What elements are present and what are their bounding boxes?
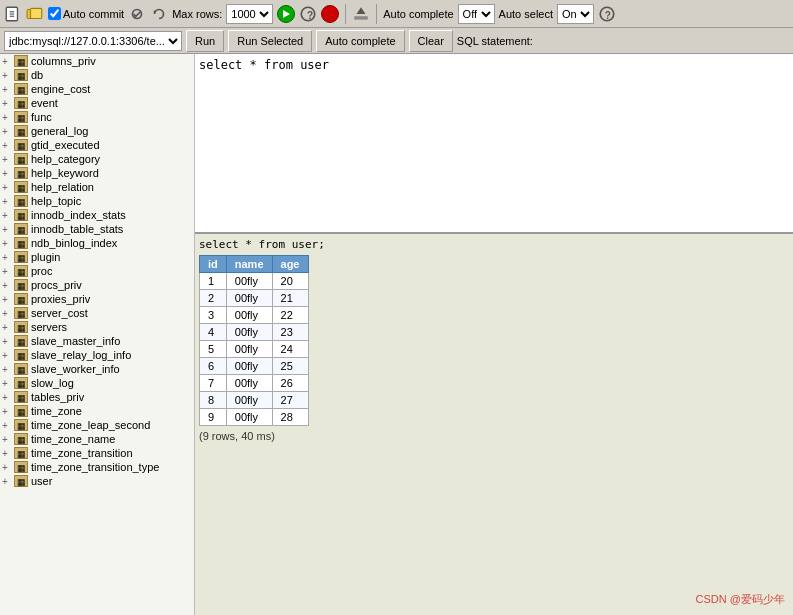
svg-text:?: ? — [605, 9, 611, 20]
sidebar-item[interactable]: +▦general_log — [0, 124, 194, 138]
expand-icon: + — [2, 280, 12, 291]
sidebar-item[interactable]: +▦time_zone_leap_second — [0, 418, 194, 432]
sidebar-item[interactable]: +▦time_zone_transition_type — [0, 460, 194, 474]
sidebar-item[interactable]: +▦plugin — [0, 250, 194, 264]
expand-icon: + — [2, 406, 12, 417]
results-table: idnameage 100fly20200fly21300fly22400fly… — [199, 255, 309, 426]
table-cell: 21 — [272, 290, 308, 307]
table-cell: 6 — [200, 358, 227, 375]
auto-complete-button[interactable]: Auto complete — [316, 30, 404, 52]
svg-text:?: ? — [307, 9, 313, 20]
table-icon: ▦ — [14, 475, 28, 487]
explain-icon[interactable]: ? — [299, 5, 317, 23]
sidebar-item[interactable]: +▦columns_priv — [0, 54, 194, 68]
expand-icon: + — [2, 294, 12, 305]
table-icon: ▦ — [14, 307, 28, 319]
table-cell: 00fly — [226, 375, 272, 392]
sidebar-item[interactable]: +▦func — [0, 110, 194, 124]
execute-icon[interactable] — [277, 5, 295, 23]
run-button[interactable]: Run — [186, 30, 224, 52]
open-icon[interactable] — [26, 5, 44, 23]
sidebar-item[interactable]: +▦servers — [0, 320, 194, 334]
table-cell: 4 — [200, 324, 227, 341]
sidebar-item[interactable]: +▦time_zone — [0, 404, 194, 418]
sidebar-item[interactable]: +▦innodb_index_stats — [0, 208, 194, 222]
max-rows-select[interactable]: 1000 100 500 5000 — [226, 4, 273, 24]
sidebar-item[interactable]: +▦slow_log — [0, 376, 194, 390]
table-icon: ▦ — [14, 265, 28, 277]
sidebar-item[interactable]: +▦slave_relay_log_info — [0, 348, 194, 362]
svg-marker-12 — [357, 7, 366, 14]
expand-icon: + — [2, 364, 12, 375]
sidebar-item[interactable]: +▦innodb_table_stats — [0, 222, 194, 236]
sidebar-item[interactable]: +▦help_category — [0, 152, 194, 166]
sidebar-item[interactable]: +▦user — [0, 474, 194, 488]
sidebar-item[interactable]: +▦db — [0, 68, 194, 82]
expand-icon: + — [2, 154, 12, 165]
auto-select-select[interactable]: On Off — [557, 4, 594, 24]
auto-commit-checkbox[interactable]: Auto commit — [48, 7, 124, 20]
sql-editor[interactable]: select * from user — [195, 54, 793, 234]
new-connection-icon[interactable] — [4, 5, 22, 23]
sidebar-item[interactable]: +▦help_topic — [0, 194, 194, 208]
sidebar-item-label: procs_priv — [31, 279, 82, 291]
expand-icon: + — [2, 112, 12, 123]
sidebar-item-label: time_zone_leap_second — [31, 419, 150, 431]
export-icon[interactable] — [352, 5, 370, 23]
stop-icon[interactable] — [321, 5, 339, 23]
expand-icon: + — [2, 140, 12, 151]
commit-icon[interactable] — [128, 5, 146, 23]
sidebar-item[interactable]: +▦slave_worker_info — [0, 362, 194, 376]
table-row: 800fly27 — [200, 392, 309, 409]
sidebar-item[interactable]: +▦gtid_executed — [0, 138, 194, 152]
table-cell: 00fly — [226, 341, 272, 358]
sidebar-item[interactable]: +▦procs_priv — [0, 278, 194, 292]
expand-icon: + — [2, 392, 12, 403]
run-selected-button[interactable]: Run Selected — [228, 30, 312, 52]
max-rows-label: Max rows: — [172, 8, 222, 20]
sidebar-item[interactable]: +▦engine_cost — [0, 82, 194, 96]
column-header: age — [272, 256, 308, 273]
sidebar-item-label: gtid_executed — [31, 139, 100, 151]
table-icon: ▦ — [14, 447, 28, 459]
table-cell: 00fly — [226, 392, 272, 409]
sidebar-item-label: innodb_table_stats — [31, 223, 123, 235]
sidebar-item[interactable]: +▦server_cost — [0, 306, 194, 320]
table-cell: 5 — [200, 341, 227, 358]
auto-complete-label: Auto complete — [383, 8, 453, 20]
db-connection-select[interactable]: jdbc:mysql://127.0.0.1:3306/te... — [4, 31, 182, 51]
sidebar-item[interactable]: +▦proc — [0, 264, 194, 278]
sidebar-item[interactable]: +▦time_zone_name — [0, 432, 194, 446]
table-row: 300fly22 — [200, 307, 309, 324]
results-area: select * from user; idnameage 100fly2020… — [195, 234, 793, 615]
sidebar-item[interactable]: +▦slave_master_info — [0, 334, 194, 348]
clear-button[interactable]: Clear — [409, 30, 453, 52]
expand-icon: + — [2, 378, 12, 389]
rollback-icon[interactable] — [150, 5, 168, 23]
sidebar-item-label: servers — [31, 321, 67, 333]
sidebar-item[interactable]: +▦time_zone_transition — [0, 446, 194, 460]
table-icon: ▦ — [14, 349, 28, 361]
table-cell: 00fly — [226, 290, 272, 307]
table-icon: ▦ — [14, 335, 28, 347]
sidebar-item[interactable]: +▦ndb_binlog_index — [0, 236, 194, 250]
sidebar-item[interactable]: +▦proxies_priv — [0, 292, 194, 306]
sidebar-item-label: user — [31, 475, 52, 487]
sidebar-item[interactable]: +▦tables_priv — [0, 390, 194, 404]
sidebar-item-label: time_zone — [31, 405, 82, 417]
expand-icon: + — [2, 56, 12, 67]
sidebar-item[interactable]: +▦event — [0, 96, 194, 110]
auto-complete-select[interactable]: Off On — [458, 4, 495, 24]
expand-icon: + — [2, 322, 12, 333]
table-cell: 00fly — [226, 273, 272, 290]
table-row: 700fly26 — [200, 375, 309, 392]
help-icon[interactable]: ? — [598, 5, 616, 23]
table-row: 200fly21 — [200, 290, 309, 307]
table-icon: ▦ — [14, 321, 28, 333]
expand-icon: + — [2, 70, 12, 81]
table-cell: 00fly — [226, 307, 272, 324]
content-area: select * from user select * from user; i… — [195, 54, 793, 615]
sidebar-item[interactable]: +▦help_keyword — [0, 166, 194, 180]
sidebar-item-label: server_cost — [31, 307, 88, 319]
sidebar-item[interactable]: +▦help_relation — [0, 180, 194, 194]
